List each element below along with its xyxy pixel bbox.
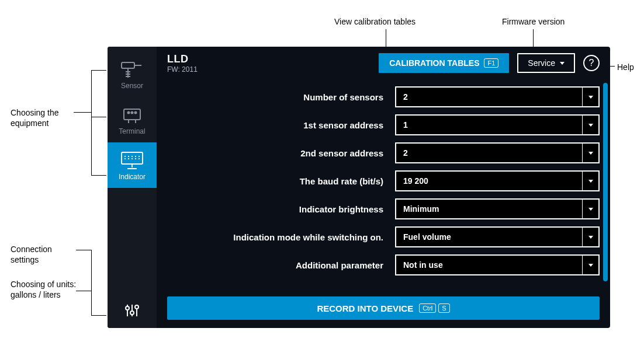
annotation-line: [91, 315, 106, 316]
number-of-sensors-select[interactable]: 2: [395, 86, 600, 107]
form-row: Indication mode while switching on. Fuel…: [167, 223, 600, 251]
footer: RECORD INTO DEVICE Ctrl S: [157, 291, 610, 328]
first-sensor-address-select[interactable]: 1: [395, 114, 600, 135]
annotation-line: [76, 291, 91, 291]
annotation-equipment: Choosing the equipment: [11, 107, 75, 128]
annotation-line: [91, 70, 106, 71]
field-label: The baud rate (bit/s): [167, 176, 383, 186]
key-hint: Ctrl: [419, 303, 436, 313]
annotation-connection: Connection settings: [11, 244, 75, 265]
form-row: Indicator brightness Minimum: [167, 195, 600, 223]
calibration-tables-button[interactable]: CALIBRATION TABLES F1: [379, 53, 509, 73]
select-arrow: [582, 88, 598, 106]
svg-point-25: [135, 305, 139, 309]
scrollbar-thumb[interactable]: [603, 83, 608, 281]
indication-mode-select[interactable]: Fuel volume: [395, 226, 600, 247]
key-hint: F1: [484, 58, 498, 68]
sidebar-item-sensor[interactable]: Sensor: [108, 51, 157, 97]
app-window: Sensor Terminal: [108, 47, 610, 328]
record-into-device-button[interactable]: RECORD INTO DEVICE Ctrl S: [167, 296, 600, 320]
select-arrow: [582, 228, 598, 246]
svg-rect-6: [124, 109, 140, 120]
help-symbol: ?: [589, 58, 594, 68]
chevron-down-icon: [560, 62, 565, 65]
form-row: Additional parameter Not in use: [167, 251, 600, 279]
scrollbar[interactable]: [603, 83, 608, 281]
annotation-line: [91, 250, 92, 315]
form-row: 2nd sensor address 2: [167, 139, 600, 167]
annotation-calibration: View calibration tables: [334, 16, 416, 27]
select-arrow: [582, 256, 598, 274]
annotation-line: [91, 117, 106, 117]
svg-point-7: [128, 112, 130, 114]
field-label: 1st sensor address: [167, 120, 383, 130]
field-label: Number of sensors: [167, 92, 383, 102]
main-panel: LLD FW: 2011 CALIBRATION TABLES F1 Servi…: [157, 47, 610, 328]
header: LLD FW: 2011 CALIBRATION TABLES F1 Servi…: [157, 47, 610, 79]
button-label: Service: [528, 58, 555, 68]
svg-point-8: [131, 112, 133, 114]
field-label: 2nd sensor address: [167, 148, 383, 158]
sidebar-label: Sensor: [121, 82, 143, 90]
form-row: Number of sensors 2: [167, 83, 600, 111]
second-sensor-address-select[interactable]: 2: [395, 142, 600, 163]
select-value: 1: [396, 120, 582, 130]
select-arrow: [582, 200, 598, 218]
sensor-icon: [120, 58, 144, 82]
annotation-line: [533, 29, 534, 48]
button-label: CALIBRATION TABLES: [389, 58, 479, 68]
select-value: 2: [396, 148, 582, 158]
service-button[interactable]: Service: [517, 53, 575, 73]
sidebar-item-terminal[interactable]: Terminal: [108, 97, 157, 142]
firmware-version: FW: 2011: [167, 65, 371, 74]
annotation-line: [386, 29, 386, 48]
select-arrow: [582, 116, 598, 134]
select-value: 2: [396, 92, 582, 102]
svg-point-9: [135, 112, 137, 114]
terminal-icon: [120, 104, 144, 127]
annotation-line: [91, 175, 106, 176]
sidebar-label: Indicator: [119, 173, 146, 181]
sidebar: Sensor Terminal: [108, 47, 157, 328]
select-arrow: [582, 172, 598, 190]
svg-rect-0: [122, 62, 134, 68]
svg-point-23: [126, 306, 129, 310]
annotation-units: Choosing of units: gallons / liters: [11, 279, 92, 300]
additional-parameter-select[interactable]: Not in use: [395, 254, 600, 275]
annotation-line: [76, 250, 91, 250]
field-label: Indication mode while switching on.: [167, 232, 383, 242]
help-button[interactable]: ?: [583, 55, 600, 71]
field-label: Indicator brightness: [167, 204, 383, 214]
indicator-icon: [119, 149, 145, 173]
annotation-firmware: Firmware version: [502, 16, 565, 27]
settings-icon[interactable]: [124, 302, 140, 321]
select-value: Not in use: [396, 260, 582, 270]
sidebar-item-indicator[interactable]: Indicator: [108, 142, 157, 188]
select-arrow: [582, 144, 598, 162]
baud-rate-select[interactable]: 19 200: [395, 170, 600, 191]
title-block: LLD FW: 2011: [167, 53, 371, 74]
select-value: Fuel volume: [396, 232, 582, 242]
annotation-line: [74, 112, 91, 113]
field-label: Additional parameter: [167, 260, 383, 270]
annotation-help: Help: [617, 62, 634, 72]
form-row: The baud rate (bit/s) 19 200: [167, 167, 600, 195]
brightness-select[interactable]: Minimum: [395, 198, 600, 219]
annotation-line: [91, 70, 92, 175]
device-title: LLD: [167, 53, 371, 65]
svg-point-24: [130, 311, 134, 315]
key-hint: S: [438, 303, 449, 313]
form-row: 1st sensor address 1: [167, 111, 600, 139]
select-value: Minimum: [396, 204, 582, 214]
form-area: Number of sensors 2 1st sensor address 1…: [157, 79, 610, 291]
button-label: RECORD INTO DEVICE: [317, 303, 413, 313]
sidebar-label: Terminal: [119, 127, 145, 135]
select-value: 19 200: [396, 176, 582, 186]
